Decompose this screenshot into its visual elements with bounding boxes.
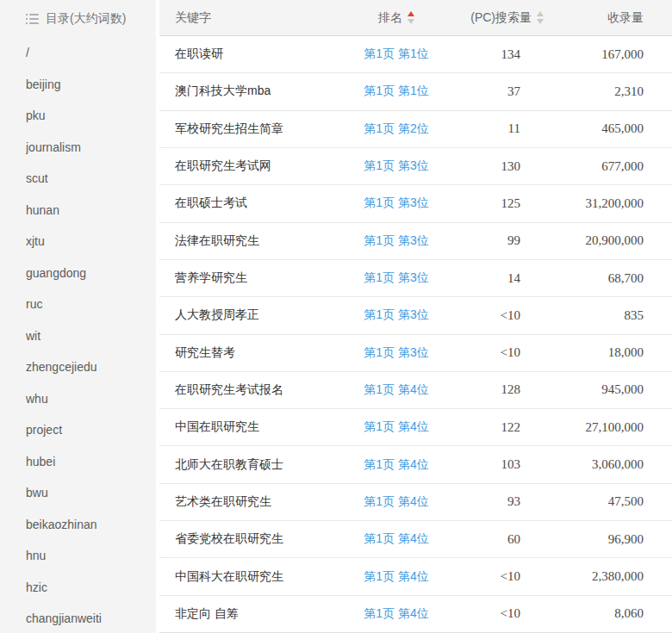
sidebar-item[interactable]: beikaozhinan — [26, 509, 147, 541]
index-count-value: 2,310 — [547, 84, 672, 99]
rank-link[interactable]: 第1页 第2位 — [364, 121, 428, 137]
search-volume-header-label: (PC)搜索量 — [470, 10, 532, 26]
keyword-cell: 法律在职研究生 — [159, 233, 345, 249]
sidebar-item[interactable]: wit — [26, 320, 147, 352]
rank-link[interactable]: 第1页 第3位 — [364, 307, 428, 323]
rank-link[interactable]: 第1页 第1位 — [364, 84, 428, 99]
directory-sidebar: 目录(大约词数) / beijing pku journalism scut h… — [0, 0, 156, 633]
search-volume-value: <10 — [448, 345, 547, 360]
sidebar-item[interactable]: beijing — [26, 69, 147, 101]
index-count-value: 2,380,000 — [547, 569, 672, 584]
sidebar-item[interactable]: project — [26, 414, 147, 446]
keyword-cell: 非定向 自筹 — [159, 606, 345, 622]
index-count-value: 945,000 — [547, 382, 672, 397]
rank-cell: 第1页 第4位 — [345, 457, 448, 473]
sort-asc-icon[interactable] — [408, 11, 414, 16]
rank-sort-control[interactable] — [408, 11, 414, 24]
table-body: 在职读研 第1页 第1位 134 167,000 澳门科技大学mba 第1页 第… — [159, 36, 672, 633]
rank-cell: 第1页 第3位 — [345, 270, 448, 286]
sidebar-item[interactable]: bwu — [26, 477, 147, 509]
sort-desc-icon[interactable] — [537, 19, 544, 24]
keyword-cell: 北师大在职教育硕士 — [159, 457, 345, 473]
keyword-cell: 中国在职研究生 — [159, 419, 345, 435]
table-row: 中国科大在职研究生 第1页 第4位 <10 2,380,000 — [159, 558, 672, 595]
rank-link[interactable]: 第1页 第4位 — [364, 457, 428, 473]
table-row: 营养学研究生 第1页 第3位 14 68,700 — [159, 260, 672, 297]
keyword-cell: 在职研究生考试网 — [159, 158, 345, 174]
table-row: 艺术类在职研究生 第1页 第4位 93 47,500 — [159, 484, 672, 521]
sidebar-item[interactable]: whu — [26, 383, 147, 415]
rank-link[interactable]: 第1页 第4位 — [364, 419, 428, 435]
rank-link[interactable]: 第1页 第3位 — [364, 158, 428, 174]
rank-cell: 第1页 第4位 — [345, 382, 448, 398]
table-row: 法律在职研究生 第1页 第3位 99 20,900,000 — [159, 223, 672, 260]
rank-link[interactable]: 第1页 第3位 — [364, 270, 428, 286]
column-header-search-volume[interactable]: (PC)搜索量 — [448, 10, 547, 26]
rank-cell: 第1页 第4位 — [345, 606, 448, 622]
table-row: 研究生替考 第1页 第3位 <10 18,000 — [159, 335, 672, 372]
column-header-keyword: 关键字 — [159, 10, 345, 26]
sidebar-item[interactable]: hnu — [26, 540, 147, 572]
sidebar-item[interactable]: scut — [26, 163, 147, 195]
rank-cell: 第1页 第2位 — [345, 121, 448, 137]
sidebar-item[interactable]: zhengcejiedu — [26, 351, 147, 383]
sort-asc-icon[interactable] — [537, 11, 544, 16]
index-count-value: 465,000 — [547, 121, 672, 136]
table-row: 北师大在职教育硕士 第1页 第4位 103 3,060,000 — [159, 446, 672, 483]
sidebar-item[interactable]: guangdong — [26, 258, 147, 289]
rank-link[interactable]: 第1页 第4位 — [364, 531, 428, 547]
rank-cell: 第1页 第3位 — [345, 233, 448, 249]
index-count-value: 835 — [547, 308, 672, 323]
table-row: 在职硕士考试 第1页 第3位 125 31,200,000 — [159, 185, 672, 222]
keyword-cell: 澳门科技大学mba — [159, 84, 345, 99]
column-header-rank[interactable]: 排名 — [345, 10, 448, 26]
table-row: 军校研究生招生简章 第1页 第2位 11 465,000 — [159, 111, 672, 148]
search-volume-sort-control[interactable] — [537, 11, 544, 24]
sidebar-item[interactable]: hunan — [26, 195, 147, 227]
rank-link[interactable]: 第1页 第4位 — [364, 494, 428, 510]
rank-cell: 第1页 第3位 — [345, 195, 448, 211]
table-row: 中国在职研究生 第1页 第4位 122 27,100,000 — [159, 409, 672, 446]
rank-link[interactable]: 第1页 第4位 — [364, 382, 428, 398]
keyword-table: 关键字 排名 (PC)搜索量 收录量 在职读研 — [159, 0, 672, 633]
keyword-cell: 中国科大在职研究生 — [159, 569, 345, 585]
table-row: 非定向 自筹 第1页 第4位 <10 8,060 — [159, 596, 672, 633]
rank-header-label: 排名 — [378, 10, 402, 26]
sidebar-item[interactable]: / — [26, 37, 147, 69]
sidebar-item[interactable]: hubei — [26, 446, 147, 478]
rank-cell: 第1页 第3位 — [345, 158, 448, 174]
table-row: 在职读研 第1页 第1位 134 167,000 — [159, 36, 672, 73]
table-row: 人大教授周孝正 第1页 第3位 <10 835 — [159, 297, 672, 334]
sidebar-item[interactable]: ruc — [26, 289, 147, 320]
keyword-cell: 艺术类在职研究生 — [159, 494, 345, 510]
sidebar-item[interactable]: changjianweiti — [26, 603, 147, 633]
sidebar-header: 目录(大约词数) — [0, 0, 156, 37]
keyword-cell: 研究生替考 — [159, 345, 345, 361]
rank-link[interactable]: 第1页 第4位 — [364, 569, 428, 585]
rank-cell: 第1页 第4位 — [345, 569, 448, 585]
rank-link[interactable]: 第1页 第4位 — [364, 606, 428, 622]
table-row: 澳门科技大学mba 第1页 第1位 37 2,310 — [159, 73, 672, 110]
sidebar-item[interactable]: hzic — [26, 572, 147, 604]
rank-link[interactable]: 第1页 第3位 — [364, 195, 428, 211]
search-volume-value: 130 — [448, 159, 547, 174]
keyword-cell: 在职硕士考试 — [159, 195, 345, 211]
rank-cell: 第1页 第4位 — [345, 531, 448, 547]
search-volume-value: 99 — [448, 233, 547, 248]
sort-desc-icon[interactable] — [408, 19, 414, 24]
index-count-value: 27,100,000 — [547, 420, 672, 435]
keyword-cell: 在职读研 — [159, 47, 345, 62]
sidebar-item[interactable]: xjtu — [26, 226, 147, 258]
search-volume-value: 128 — [448, 382, 547, 397]
rank-cell: 第1页 第1位 — [345, 47, 448, 62]
index-count-value: 167,000 — [547, 47, 672, 62]
sidebar-item[interactable]: pku — [26, 100, 147, 132]
rank-link[interactable]: 第1页 第3位 — [364, 345, 428, 361]
rank-link[interactable]: 第1页 第3位 — [364, 233, 428, 249]
sidebar-item[interactable]: journalism — [26, 132, 147, 164]
index-count-value: 20,900,000 — [547, 233, 672, 248]
rank-link[interactable]: 第1页 第1位 — [364, 47, 428, 62]
keyword-cell: 省委党校在职研究生 — [159, 531, 345, 547]
table-header-row: 关键字 排名 (PC)搜索量 收录量 — [159, 0, 672, 36]
rank-cell: 第1页 第1位 — [345, 84, 448, 99]
